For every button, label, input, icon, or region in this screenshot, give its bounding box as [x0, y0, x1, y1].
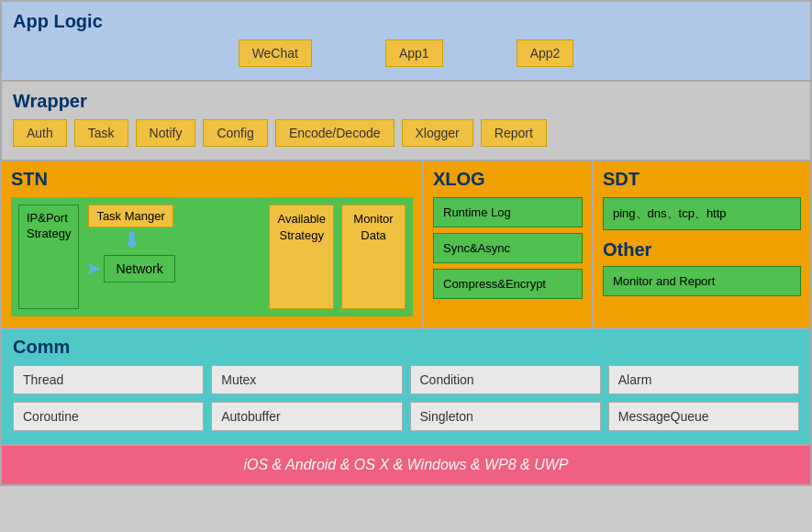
xlog-runtime: Runtime Log: [433, 197, 583, 227]
comm-alarm: Alarm: [608, 365, 799, 394]
xlog-title: XLOG: [433, 169, 583, 190]
middle-row: STN IP&PortStrategy Task Manger ⬇ ➤ Netw…: [2, 161, 810, 329]
stn-inner: IP&PortStrategy Task Manger ⬇ ➤ Network …: [11, 197, 413, 316]
comm-title: Comm: [13, 337, 799, 358]
xlog-items: Runtime Log Sync&Async Compress&Encrypt: [433, 197, 583, 299]
sdt-section: SDT ping、dns、tcp、http Other Monitor and …: [594, 161, 810, 327]
comm-col-2: Condition Singleton: [410, 365, 601, 431]
comm-messagequeue: MessageQueue: [608, 402, 799, 431]
stn-available-strategy: AvailableStrategy: [269, 205, 334, 309]
sdt-title: SDT: [603, 169, 801, 190]
xlog-section: XLOG Runtime Log Sync&Async Compress&Enc…: [424, 161, 594, 327]
comm-condition: Condition: [410, 365, 601, 394]
other-title: Other: [603, 239, 801, 260]
wrapper-auth: Auth: [13, 119, 67, 147]
app-logic-title: App Logic: [13, 11, 799, 32]
comm-autobuffer: Autobuffer: [211, 402, 402, 431]
comm-col-3: Alarm MessageQueue: [608, 365, 799, 431]
app-wechat: WeChat: [239, 39, 312, 67]
arrow-down-icon: ⬇: [123, 231, 139, 251]
app-logic-section: App Logic WeChat App1 App2: [2, 2, 810, 82]
stn-right: AvailableStrategy MonitorData: [269, 205, 406, 309]
app-app1: App1: [385, 39, 443, 67]
comm-section: Comm Thread Coroutine Mutex Autobuffer C…: [2, 329, 810, 446]
app-logic-apps: WeChat App1 App2: [13, 39, 799, 67]
stn-left: IP&PortStrategy: [18, 205, 79, 309]
comm-grid: Thread Coroutine Mutex Autobuffer Condit…: [13, 365, 799, 431]
comm-col-1: Mutex Autobuffer: [211, 365, 402, 431]
bottom-bar: iOS & Android & OS X & Windows & WP8 & U…: [2, 446, 810, 484]
xlog-compress: Compress&Encrypt: [433, 269, 583, 299]
stn-monitor-data: MonitorData: [341, 205, 406, 309]
wrapper-items: Auth Task Notify Config Encode/Decode Xl…: [13, 119, 799, 147]
diagram: App Logic WeChat App1 App2 Wrapper Auth …: [0, 0, 812, 486]
bottom-text: iOS & Android & OS X & Windows & WP8 & U…: [243, 457, 568, 472]
arrow-right-icon: ➤: [86, 260, 100, 277]
wrapper-section: Wrapper Auth Task Notify Config Encode/D…: [2, 82, 810, 161]
stn-network: Network: [104, 255, 174, 283]
stn-network-row: ➤ Network: [86, 255, 174, 283]
wrapper-xlogger: Xlogger: [402, 119, 473, 147]
comm-thread: Thread: [13, 365, 204, 394]
wrapper-config: Config: [203, 119, 267, 147]
wrapper-encode: Encode/Decode: [275, 119, 395, 147]
stn-section: STN IP&PortStrategy Task Manger ⬇ ➤ Netw…: [2, 161, 424, 327]
stn-title: STN: [11, 169, 413, 190]
stn-task-manger: Task Manger: [88, 205, 172, 227]
xlog-sync: Sync&Async: [433, 233, 583, 263]
wrapper-notify: Notify: [136, 119, 196, 147]
comm-col-0: Thread Coroutine: [13, 365, 204, 431]
sdt-monitor: Monitor and Report: [603, 266, 801, 296]
stn-ip-port: IP&PortStrategy: [18, 205, 79, 309]
wrapper-task: Task: [74, 119, 128, 147]
comm-mutex: Mutex: [211, 365, 402, 394]
wrapper-title: Wrapper: [13, 91, 799, 112]
stn-task-network: Task Manger ⬇ ➤ Network: [86, 205, 174, 309]
comm-singleton: Singleton: [410, 402, 601, 431]
sdt-ping: ping、dns、tcp、http: [603, 197, 801, 230]
wrapper-report: Report: [481, 119, 547, 147]
app-app2: App2: [517, 39, 574, 67]
comm-coroutine: Coroutine: [13, 402, 204, 431]
